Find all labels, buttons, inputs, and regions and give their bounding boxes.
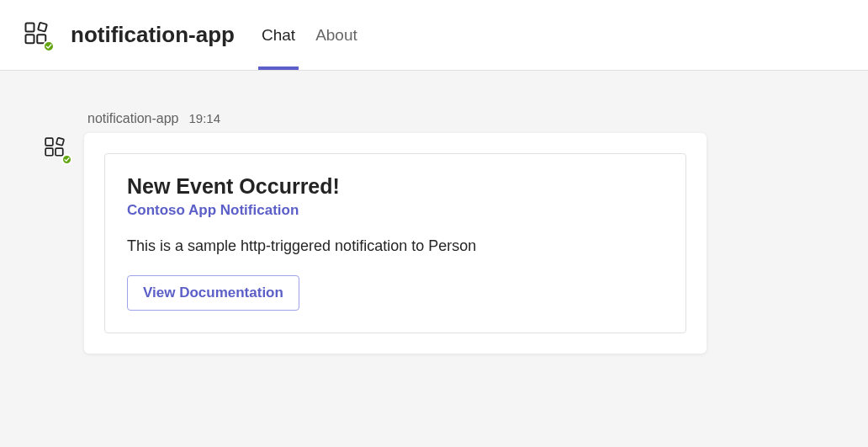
- card-body: This is a sample http-triggered notifica…: [127, 237, 664, 255]
- timestamp: 19:14: [189, 111, 221, 125]
- checkmark-badge-icon: [43, 40, 55, 52]
- view-documentation-button[interactable]: View Documentation: [127, 275, 299, 311]
- svg-rect-5: [45, 148, 53, 156]
- message-column: notification-app 19:14 New Event Occurre…: [84, 111, 707, 354]
- svg-rect-6: [56, 148, 63, 156]
- card-subtitle: Contoso App Notification: [127, 202, 664, 219]
- app-icon: [24, 21, 52, 50]
- tabs: Chat About: [251, 0, 368, 70]
- card-container: New Event Occurred! Contoso App Notifica…: [84, 133, 707, 354]
- checkmark-badge-icon: [61, 154, 72, 165]
- sender-name: notification-app: [87, 111, 179, 126]
- chat-content: notification-app 19:14 New Event Occurre…: [0, 71, 868, 354]
- app-header: notification-app Chat About: [0, 0, 868, 71]
- avatar-column: [44, 111, 84, 162]
- svg-rect-4: [45, 138, 53, 146]
- tab-label: About: [315, 26, 357, 45]
- svg-rect-7: [56, 138, 64, 146]
- tab-label: Chat: [262, 26, 295, 45]
- svg-rect-1: [26, 35, 34, 43]
- tab-about[interactable]: About: [305, 0, 368, 70]
- svg-rect-3: [38, 22, 47, 31]
- message-row: notification-app 19:14 New Event Occurre…: [44, 111, 868, 354]
- adaptive-card: New Event Occurred! Contoso App Notifica…: [104, 153, 686, 333]
- sender-avatar: [44, 136, 69, 162]
- tab-chat[interactable]: Chat: [251, 0, 305, 70]
- app-title: notification-app: [71, 22, 235, 48]
- message-meta: notification-app 19:14: [84, 111, 707, 126]
- svg-rect-0: [26, 23, 34, 31]
- card-title: New Event Occurred!: [127, 174, 664, 199]
